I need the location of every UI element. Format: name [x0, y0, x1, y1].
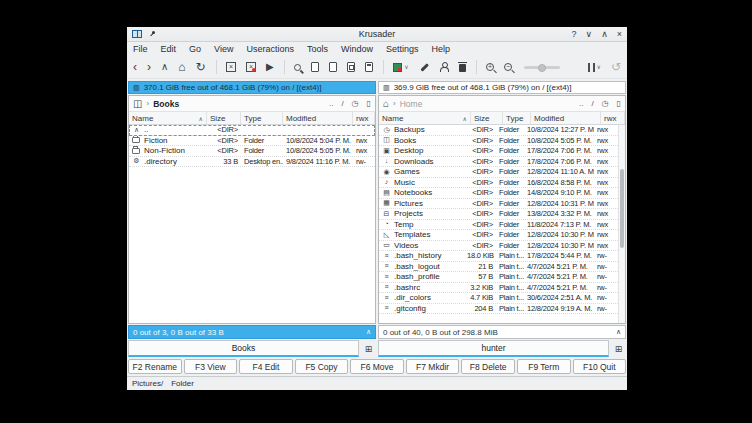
- right-media-bar[interactable]: ▥ 369.9 GiB free out of 468.1 GiB (79%) …: [378, 81, 626, 94]
- file-row[interactable]: ≡.dir_colors4.7 KiBPlain t...30/6/2024 2…: [379, 293, 618, 304]
- right-scrollbar[interactable]: [618, 125, 625, 323]
- copy-file-button[interactable]: [347, 62, 355, 72]
- right-breadcrumb[interactable]: ⌂ › Home ../◷▯: [379, 96, 625, 112]
- menu-file[interactable]: File: [133, 44, 148, 54]
- column-header-type[interactable]: Type: [241, 112, 283, 124]
- file-row[interactable]: ◔Temp<DIR>Folder11/8/2024 7:13 P. M.rwx: [379, 220, 618, 231]
- pin-icon[interactable]: [148, 30, 156, 38]
- column-header-rwx[interactable]: rwx: [601, 112, 625, 124]
- f8-button[interactable]: F8 Delete: [461, 359, 515, 374]
- column-header-modified[interactable]: Modified: [531, 112, 601, 124]
- file-row[interactable]: ▤Notebooks<DIR>Folder14/8/2024 9:10 P. M…: [379, 188, 618, 199]
- f4-button[interactable]: F4 Edit: [239, 359, 293, 374]
- menu-go[interactable]: Go: [189, 44, 201, 54]
- help-button[interactable]: ?: [572, 28, 577, 41]
- menu-tools[interactable]: Tools: [307, 44, 328, 54]
- forward-button[interactable]: ›: [147, 61, 151, 73]
- column-header-name[interactable]: Name∧: [379, 112, 471, 124]
- home-icon[interactable]: ⌂: [383, 98, 389, 109]
- equal-panel-sizes-button[interactable]: [226, 62, 236, 72]
- menu-settings[interactable]: Settings: [386, 44, 419, 54]
- right-file-list[interactable]: ◷Backups<DIR>Folder10/8/2024 12:27 P. M.…: [379, 125, 625, 323]
- close-button[interactable]: ×: [617, 28, 622, 41]
- move-file-button[interactable]: [365, 62, 373, 72]
- file-row[interactable]: ≡.gitconfig204 BPlain t...12/8/2024 9:19…: [379, 304, 618, 315]
- file-row[interactable]: ▦Pictures<DIR>Folder12/8/2024 10:31 P. M…: [379, 199, 618, 210]
- file-row[interactable]: ⚙.directory33 BDesktop en...9/8/2024 11:…: [129, 157, 375, 168]
- f9-button[interactable]: F9 Term: [517, 359, 571, 374]
- file-row[interactable]: ≡.bash_logout21 BPlain t...4/7/2024 5:21…: [379, 262, 618, 273]
- view-file-button[interactable]: [311, 62, 319, 72]
- popup-panel-button[interactable]: ▯: [617, 99, 621, 108]
- new-tab-button[interactable]: ⊞: [611, 340, 626, 357]
- column-header-name[interactable]: Name∧: [129, 112, 207, 124]
- file-row[interactable]: ▣Desktop<DIR>Folder17/8/2024 7:06 P. M.r…: [379, 146, 618, 157]
- file-row[interactable]: ≡.bashrc3.2 KiBPlain t...4/7/2024 5:21 P…: [379, 283, 618, 294]
- root-mode-button[interactable]: [439, 62, 449, 72]
- column-header-type[interactable]: Type: [503, 112, 531, 124]
- menu-view[interactable]: View: [214, 44, 233, 54]
- updir-shortcut-button[interactable]: ..: [579, 99, 583, 108]
- home-button[interactable]: ⌂: [178, 61, 185, 73]
- menu-window[interactable]: Window: [341, 44, 373, 54]
- file-row[interactable]: ▭Videos<DIR>Folder12/8/2024 10:30 P. M.r…: [379, 241, 618, 252]
- icon-size-slider[interactable]: [522, 66, 562, 69]
- f2-button[interactable]: F2 Rename: [128, 359, 182, 374]
- left-breadcrumb[interactable]: ◫ › Books ../◷▯: [129, 96, 375, 112]
- file-row[interactable]: ⊟Projects<DIR>Folder13/8/2024 3:32 P. M.…: [379, 209, 618, 220]
- find-button[interactable]: [294, 64, 301, 71]
- job-queue-pause-button[interactable]: ∨: [588, 61, 601, 73]
- panel-icon[interactable]: ◫: [133, 98, 142, 109]
- left-column-headers[interactable]: Name∧SizeTypeModifiedrwx: [129, 112, 375, 125]
- right-path[interactable]: Home: [400, 99, 423, 109]
- column-header-size[interactable]: Size: [471, 112, 503, 124]
- file-row[interactable]: ≡.bash_profile57 BPlain t...4/7/2024 5:2…: [379, 272, 618, 283]
- file-row[interactable]: Non-Fiction<DIR>Folder10/8/2024 5:05 P. …: [129, 146, 375, 157]
- popup-panel-button[interactable]: ▯: [367, 99, 371, 108]
- scrollbar-thumb[interactable]: [620, 169, 624, 248]
- left-file-list[interactable]: ∧..<DIR>Fiction<DIR>Folder10/8/2024 5:04…: [129, 125, 375, 323]
- column-header-modified[interactable]: Modified: [283, 112, 353, 124]
- collapse-icon[interactable]: ∧: [366, 328, 371, 336]
- swap-panels-button[interactable]: [246, 62, 256, 72]
- root-shortcut-button[interactable]: /: [591, 99, 593, 108]
- maximize-button[interactable]: ∧: [601, 28, 608, 41]
- pointer-button[interactable]: ▶: [266, 61, 274, 73]
- file-row[interactable]: ∧..<DIR>: [129, 125, 375, 136]
- left-media-bar[interactable]: ▥ 370.1 GiB free out of 468.1 GiB (79%) …: [128, 81, 376, 94]
- column-header-rwx[interactable]: rwx: [353, 112, 375, 124]
- titlebar[interactable]: Krusader ? ∨ ∧ ×: [127, 27, 627, 42]
- tab-hunter[interactable]: hunter: [378, 340, 609, 357]
- file-row[interactable]: ◉Games<DIR>Folder12/8/2024 11:10 A. M.rw…: [379, 167, 618, 178]
- f3-button[interactable]: F3 View: [184, 359, 238, 374]
- trash-button[interactable]: [459, 62, 466, 72]
- menu-useractions[interactable]: Useractions: [246, 44, 294, 54]
- zoom-out-button[interactable]: −: [504, 63, 512, 71]
- file-row[interactable]: ◺Templates<DIR>Folder12/8/2024 10:30 P. …: [379, 230, 618, 241]
- f6-button[interactable]: F6 Move: [350, 359, 404, 374]
- sync-browse-button[interactable]: ∨: [393, 61, 408, 73]
- f10-button[interactable]: F10 Quit: [573, 359, 627, 374]
- minimize-button[interactable]: ∨: [586, 28, 593, 41]
- file-row[interactable]: ♪Music<DIR>Folder16/8/2024 8:58 P. M.rwx: [379, 178, 618, 189]
- collapse-icon[interactable]: ∧: [616, 328, 621, 336]
- f7-button[interactable]: F7 Mkdir: [406, 359, 460, 374]
- updir-shortcut-button[interactable]: ..: [329, 99, 333, 108]
- column-header-size[interactable]: Size: [207, 112, 241, 124]
- history-button[interactable]: ◷: [352, 99, 359, 108]
- refresh-button[interactable]: ↻: [196, 61, 206, 73]
- file-row[interactable]: ◷Backups<DIR>Folder10/8/2024 12:27 P. M.…: [379, 125, 618, 136]
- zoom-in-button[interactable]: +: [486, 63, 494, 71]
- edit-file-button[interactable]: [329, 62, 337, 72]
- new-tab-button[interactable]: ⊞: [361, 340, 376, 357]
- f5-button[interactable]: F5 Copy: [295, 359, 349, 374]
- root-shortcut-button[interactable]: /: [341, 99, 343, 108]
- file-row[interactable]: Fiction<DIR>Folder10/8/2024 5:04 P. M.rw…: [129, 136, 375, 147]
- file-row[interactable]: ≡.bash_history18.0 KiBPlain t...17/8/202…: [379, 251, 618, 262]
- tab-books[interactable]: Books: [128, 340, 359, 357]
- back-button[interactable]: ‹: [133, 61, 137, 73]
- file-row[interactable]: ↓Downloads<DIR>Folder17/8/2024 7:06 P. M…: [379, 157, 618, 168]
- menu-edit[interactable]: Edit: [161, 44, 177, 54]
- menu-help[interactable]: Help: [432, 44, 451, 54]
- history-button[interactable]: ◷: [602, 99, 609, 108]
